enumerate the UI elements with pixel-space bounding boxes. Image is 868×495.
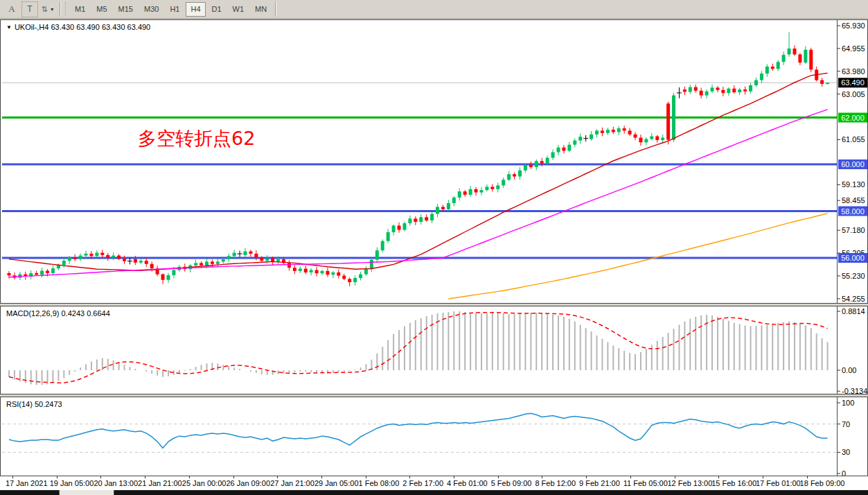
macd-tick-label[interactable]: 0.8814 (842, 307, 865, 315)
timeframe-m30-button[interactable]: M30 (139, 2, 163, 17)
candle-body (398, 225, 401, 229)
macd-tick-label[interactable]: -0.3134 (842, 387, 867, 394)
h-scrollbar[interactable] (0, 490, 868, 495)
candle-body (672, 96, 675, 140)
candle-body (727, 89, 730, 93)
timeframe-m15-button[interactable]: M15 (114, 2, 138, 17)
time-label: 15 Feb 16:00 (711, 479, 756, 487)
h-scroll-thumb[interactable] (59, 490, 114, 495)
candle-body (595, 130, 599, 134)
timeframe-h4-button[interactable]: H4 (186, 2, 205, 17)
candle-body (331, 272, 335, 275)
price-tick-label[interactable]: 54.255 (842, 295, 865, 303)
candle-body (820, 80, 824, 84)
candle-body (194, 263, 197, 265)
arrow-tool-icon: ⇅ (41, 5, 47, 14)
chart-annotation[interactable]: 多空转折点62 (138, 128, 255, 149)
font-tool-button[interactable]: A (3, 1, 20, 17)
price-tick-label[interactable]: 57.180 (842, 226, 865, 234)
time-tick (675, 476, 675, 478)
time-label: 1 Feb 08:00 (359, 479, 400, 487)
price-tick-label[interactable]: 59.130 (842, 180, 865, 189)
price-tick-label[interactable]: 63.005 (842, 90, 865, 98)
timeframe-d1-button[interactable]: D1 (207, 2, 227, 17)
candle-body (447, 203, 450, 209)
candle-body (216, 261, 220, 263)
candle-body (573, 141, 576, 145)
price-tick-label[interactable]: 61.055 (842, 135, 865, 144)
timeframe-m1-button[interactable]: M1 (70, 2, 90, 17)
rsi-tick-label[interactable]: 70 (842, 420, 850, 428)
candle-body (771, 67, 774, 69)
time-axis[interactable]: 17 Jan 202119 Jan 05:0020 Jan 13:0021 Ja… (0, 476, 868, 490)
timeframe-group: M1M5M15M30H1H4D1W1MN (69, 2, 272, 17)
rsi-canvas[interactable]: 10070300 (1, 397, 867, 476)
candle-body (51, 268, 55, 273)
macd-canvas[interactable]: 0.88140.00-0.3134 (1, 306, 867, 394)
candle-body (612, 130, 615, 132)
rsi-tick-label[interactable]: 100 (842, 399, 854, 407)
timeframe-mn-button[interactable]: MN (250, 2, 272, 17)
candle-body (452, 198, 456, 203)
timeframe-h1-button[interactable]: H1 (165, 2, 184, 17)
candle-body (716, 87, 719, 89)
timeframe-w1-button[interactable]: W1 (228, 2, 249, 17)
time-label: 5 Feb 09:00 (491, 479, 532, 487)
candle-body (540, 161, 544, 163)
time-label: 2 Feb 17:00 (402, 479, 443, 487)
candle-body (85, 254, 88, 256)
candle-body (749, 85, 752, 92)
time-label: 27 Jan 21:00 (270, 479, 315, 487)
candle-body (123, 259, 126, 261)
candle-body (387, 232, 390, 241)
candle-body (95, 253, 98, 257)
candle-body (243, 252, 247, 255)
candle-body (200, 263, 203, 265)
chart-window: A T ⇅▼ M1M5M15M30H1H4D1W1MN ▼UKOil-,H4 6… (0, 0, 868, 495)
candle-body (342, 276, 346, 279)
time-label: 29 Jan 05:00 (315, 479, 359, 487)
toolbar-grip[interactable] (64, 2, 67, 16)
time-label: 8 Feb 12:00 (535, 479, 576, 487)
time-tick (100, 476, 101, 478)
time-tick (366, 476, 366, 478)
time-label: 9 Feb 21:00 (579, 479, 620, 487)
candle-body (475, 189, 478, 193)
time-tick (57, 476, 57, 478)
time-tick (277, 476, 278, 478)
symbol-dropdown-icon[interactable]: ▼ (6, 24, 12, 31)
price-tick-label[interactable]: 55.230 (842, 272, 865, 280)
candle-body (804, 50, 807, 63)
time-label: 19 Jan 05:00 (50, 479, 94, 487)
candle-body (166, 275, 170, 280)
candle-body (557, 148, 560, 153)
price-tick-label[interactable]: 58.455 (842, 196, 865, 205)
macd-tick-label[interactable]: 0.00 (842, 366, 856, 374)
candle-body (326, 271, 329, 275)
candle-body (524, 165, 527, 171)
price-tick-label[interactable]: 64.955 (842, 44, 865, 53)
candle-body (381, 241, 384, 250)
candle-body (337, 272, 340, 276)
candle-body (754, 80, 758, 85)
candle-body (260, 257, 263, 261)
rsi-tick-label[interactable]: 30 (842, 448, 850, 456)
time-tick (189, 476, 190, 478)
macd-label: MACD(12,26,9) 0.4243 0.6644 (6, 309, 110, 318)
price-badge-label: 58.000 (841, 207, 865, 216)
candle-body (732, 89, 736, 92)
candle-body (436, 207, 439, 214)
main-chart-canvas[interactable]: 65.93064.95563.98063.00561.05559.13058.4… (1, 20, 867, 303)
toolbar-separator (60, 1, 61, 17)
candle-body (145, 261, 148, 264)
text-tool-button[interactable]: T (21, 1, 38, 17)
time-label: 4 Feb 01:00 (447, 479, 488, 487)
arrow-tool-button[interactable]: ⇅▼ (39, 1, 56, 17)
price-tick-label[interactable]: 63.980 (842, 67, 865, 76)
price-tick-label[interactable]: 65.930 (842, 21, 865, 30)
candle-body (375, 250, 379, 259)
rsi-tick-label[interactable]: 0 (842, 469, 846, 476)
timeframe-m5-button[interactable]: M5 (91, 2, 112, 17)
candle-body (578, 137, 582, 140)
candle-body (705, 92, 709, 96)
